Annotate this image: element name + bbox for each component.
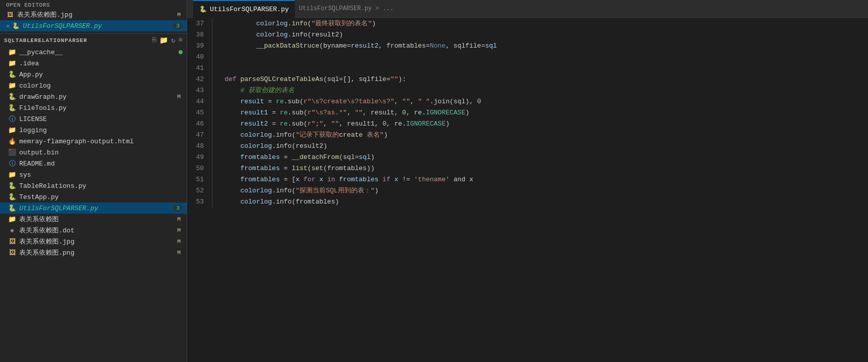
line-num-52: 52	[187, 185, 212, 196]
editor-tab-utils[interactable]: 🐍 UtilsForSQLPARSER.py	[193, 0, 295, 18]
line-num-39: 39	[187, 40, 212, 51]
line-content-43: # 获取创建的表名	[212, 85, 868, 96]
line-content-42: def parseSQLCreateTableAs(sql=[], sqlfil…	[212, 73, 868, 85]
code-line-51: 51 fromtables = [x for x in fromtables i…	[187, 174, 868, 185]
line-num-51: 51	[187, 174, 212, 185]
file-name-apppy: App.py	[19, 71, 183, 78]
file-name-graph-png: 表关系依赖图.png	[19, 248, 175, 257]
folder-icon: 📁	[8, 48, 16, 56]
new-folder-icon[interactable]: 📁	[159, 36, 168, 45]
file-name-graph-dot: 表关系依赖图.dot	[19, 226, 175, 235]
graph-folder-icon: 📁	[8, 215, 16, 223]
sidebar-item-license[interactable]: ⓘ LICENSE	[0, 113, 187, 125]
sidebar-item-sys[interactable]: 📁 sys	[0, 169, 187, 180]
open-editor-filename-py: UtilsForSQLPARSER.py	[23, 22, 173, 30]
sidebar-item-outputbin[interactable]: ⬛ output.bin	[0, 147, 187, 158]
file-name-graph-jpg: 表关系依赖图.jpg	[19, 237, 175, 246]
sidebar-item-graph-png[interactable]: 🖼 表关系依赖图.png M	[0, 247, 187, 258]
refresh-icon[interactable]: ↻	[171, 36, 175, 45]
badge-m-jpg: M	[175, 238, 183, 245]
line-content-49: fromtables = __detachFrom(sql=sql)	[212, 151, 868, 163]
code-line-40: 40	[187, 51, 868, 62]
license-icon: ⓘ	[8, 115, 16, 123]
dot-file-icon: ◆	[8, 226, 16, 234]
line-num-43: 43	[187, 85, 212, 96]
line-num-40: 40	[187, 51, 212, 62]
file-name-readme: README.md	[19, 160, 183, 168]
line-content-40	[212, 51, 868, 62]
code-line-45: 45 result1 = re.sub(r"\s?as.*", "", resu…	[187, 107, 868, 118]
badge-m-graph: M	[175, 216, 183, 222]
file-name-tablerelations: TableRelations.py	[19, 182, 183, 190]
line-num-50: 50	[187, 163, 212, 174]
sidebar-item-testapp[interactable]: 🐍 TestApp.py	[0, 191, 187, 203]
sidebar-item-logging[interactable]: 📁 logging	[0, 125, 187, 136]
line-content-50: fromtables = list(set(fromtables))	[212, 163, 868, 174]
folder-name-colorlog: colorlog	[19, 82, 183, 90]
file-name-testapp: TestApp.py	[19, 193, 183, 201]
close-icon[interactable]: ✕	[6, 22, 10, 30]
python-icon: 🐍	[12, 22, 20, 30]
open-editors-section: OPEN EDITORS 🖼 表关系依赖图.jpg M ✕ 🐍 UtilsFor…	[0, 0, 187, 34]
line-content-53: colorlog.info(fromtables)	[212, 196, 868, 207]
sidebar-item-graph-folder[interactable]: 📁 表关系依赖图 M	[0, 214, 187, 225]
image-icon: 🖼	[6, 11, 14, 19]
sidebar-item-filetools[interactable]: 🐍 FileTools.py	[0, 102, 187, 113]
sidebar-item-idea[interactable]: 📁 .idea	[0, 58, 187, 69]
code-line-38: 38 colorlog.info(result2)	[187, 29, 868, 40]
editor-tab-label: UtilsForSQLPARSER.py	[210, 6, 289, 13]
line-num-47: 47	[187, 129, 212, 140]
sidebar: OPEN EDITORS 🖼 表关系依赖图.jpg M ✕ 🐍 UtilsFor…	[0, 0, 187, 362]
sys-folder-icon: 📁	[8, 171, 16, 179]
png-file-icon: 🖼	[8, 249, 16, 257]
utils-python-icon: 🐍	[8, 204, 16, 212]
line-num-48: 48	[187, 140, 212, 151]
open-editor-filename-jpg: 表关系依赖图.jpg	[17, 10, 175, 19]
sidebar-item-tablerelations[interactable]: 🐍 TableRelations.py	[0, 180, 187, 191]
explorer-header[interactable]: SQLTABLERELATIONPARSER ⎘ 📁 ↻ ≡	[0, 34, 187, 47]
line-num-42: 42	[187, 73, 212, 85]
idea-icon: 📁	[8, 59, 16, 67]
sidebar-item-graph-jpg[interactable]: 🖼 表关系依赖图.jpg M	[0, 236, 187, 247]
folder-name-sys: sys	[19, 171, 183, 179]
line-num-41: 41	[187, 62, 212, 73]
tablerelations-icon: 🐍	[8, 182, 16, 190]
colorlog-folder-icon: 📁	[8, 82, 16, 90]
line-content-52: colorlog.info("探测当前SQL用到的表：")	[212, 185, 868, 196]
editor-content[interactable]: 37 colorlog.info("最终获取到的表名") 38 colorlog…	[187, 18, 868, 362]
project-label: SQLTABLERELATIONPARSER	[4, 37, 152, 44]
testapp-icon: 🐍	[8, 193, 16, 201]
code-area: 37 colorlog.info("最终获取到的表名") 38 colorlog…	[187, 18, 868, 207]
file-name-filetools: FileTools.py	[19, 104, 183, 112]
sidebar-item-readme[interactable]: ⓘ README.md	[0, 158, 187, 169]
pycache-dot	[179, 50, 183, 54]
file-badge-m-jpg: M	[175, 12, 183, 18]
code-line-47: 47 colorlog.info("记录下获取的create 表名")	[187, 129, 868, 140]
code-line-39: 39 __packDataStruce(byname=result2, from…	[187, 40, 868, 51]
sidebar-item-colorlog[interactable]: 📁 colorlog	[0, 80, 187, 91]
sidebar-item-memray[interactable]: 🔥 memray-flamegraph-output.html	[0, 136, 187, 147]
open-editor-item-py[interactable]: ✕ 🐍 UtilsForSQLPARSER.py 3	[0, 20, 187, 31]
open-editor-item-jpg[interactable]: 🖼 表关系依赖图.jpg M	[0, 9, 187, 20]
folder-name-logging: logging	[19, 127, 183, 134]
file-explorer: SQLTABLERELATIONPARSER ⎘ 📁 ↻ ≡ 📁 __pycac…	[0, 34, 187, 362]
file-name-outputbin: output.bin	[19, 149, 183, 156]
html-icon: 🔥	[8, 137, 16, 145]
sidebar-item-graph-dot[interactable]: ◆ 表关系依赖图.dot M	[0, 225, 187, 236]
badge-3-utils: 3	[173, 205, 183, 211]
code-line-43: 43 # 获取创建的表名	[187, 85, 868, 96]
line-content-38: colorlog.info(result2)	[212, 29, 868, 40]
sidebar-item-drawgraph[interactable]: 🐍 drawGraph.py M	[0, 91, 187, 102]
copy-files-icon[interactable]: ⎘	[152, 36, 156, 45]
file-badge-3-py: 3	[173, 23, 183, 29]
collapse-icon[interactable]: ≡	[179, 36, 183, 45]
badge-m-drawgraph: M	[175, 94, 183, 100]
line-content-51: fromtables = [x for x in fromtables if x…	[212, 174, 868, 185]
file-name-drawgraph: drawGraph.py	[19, 93, 175, 101]
sidebar-item-utils[interactable]: 🐍 UtilsForSQLPARSER.py 3	[0, 203, 187, 214]
file-name-license: LICENSE	[19, 115, 183, 123]
line-content-44: result = re.sub(r"\s?create\s?table\s?",…	[212, 96, 868, 107]
sidebar-item-apppy[interactable]: 🐍 App.py	[0, 69, 187, 80]
folder-name-graph: 表关系依赖图	[19, 215, 175, 224]
sidebar-item-pycache[interactable]: 📁 __pycache__	[0, 47, 187, 58]
